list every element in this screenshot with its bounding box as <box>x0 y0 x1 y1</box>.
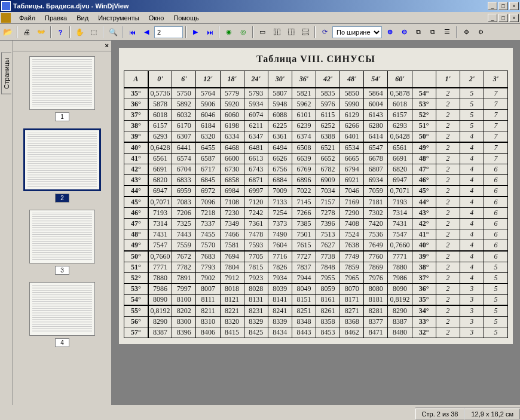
table-cell: 7804 <box>220 262 244 272</box>
menu-help[interactable]: Помощь <box>169 13 204 23</box>
nav-back-icon[interactable] <box>222 26 235 39</box>
hand-tool-icon[interactable] <box>73 26 86 39</box>
table-cell: 6 <box>484 207 507 218</box>
table-cell: 37° <box>412 272 436 283</box>
table-cell: 8471 <box>364 327 388 338</box>
thumbnail-item[interactable]: 4 <box>18 282 106 347</box>
table-cell: 8221 <box>220 305 244 317</box>
thumbnail-scroll[interactable]: 1234 <box>13 51 111 405</box>
table-cell: 36° <box>124 99 148 109</box>
first-page-icon[interactable] <box>126 26 139 39</box>
settings-icon-1[interactable] <box>460 26 473 39</box>
close-button[interactable]: × <box>509 2 519 10</box>
next-page-icon[interactable] <box>189 26 202 39</box>
table-cell: 2 <box>436 327 460 338</box>
menu-window[interactable]: Окно <box>144 13 169 23</box>
find-icon[interactable] <box>35 26 48 39</box>
thumbnail-image[interactable] <box>29 56 95 110</box>
print-icon[interactable] <box>20 26 33 39</box>
table-cell: 5 <box>460 99 484 109</box>
thumbnail-image[interactable] <box>23 128 101 191</box>
page-number-input[interactable] <box>154 26 183 38</box>
table-cell: 8241 <box>268 305 292 317</box>
table-cell: 2 <box>436 109 460 120</box>
table-cell: 7880 <box>148 272 172 283</box>
nav-forward-icon[interactable] <box>237 26 250 39</box>
rotate-icon[interactable] <box>318 26 331 39</box>
table-cell: 7218 <box>196 207 220 218</box>
table-cell: 7314 <box>148 218 172 229</box>
table-cell: 6704 <box>172 164 196 174</box>
thumbnail-item[interactable]: 2 <box>18 128 106 203</box>
single-page-icon[interactable] <box>256 26 269 39</box>
table-cell: 5 <box>484 283 507 294</box>
table-cell: 34° <box>412 305 436 317</box>
table-cell: 6820 <box>148 174 172 185</box>
maximize-button[interactable]: □ <box>498 2 508 10</box>
select-tool-icon[interactable] <box>87 26 100 39</box>
table-cell: 6613 <box>244 153 268 164</box>
help-icon[interactable] <box>54 26 67 39</box>
table-cell: 6652 <box>316 153 340 164</box>
continuous-icon[interactable] <box>270 26 283 39</box>
document-viewport[interactable]: Таблица VIII. СИНУСЫ A0'6'12'18'24'30'36… <box>112 41 520 405</box>
table-cell: 4 <box>460 229 484 240</box>
prev-page-icon[interactable] <box>140 26 153 39</box>
thumbnail-image[interactable] <box>29 282 95 336</box>
thumbnail-image[interactable] <box>29 210 95 263</box>
table-cell: 8070 <box>340 283 364 294</box>
thumbnail-item[interactable]: 1 <box>18 56 106 121</box>
table-cell: 42° <box>412 218 436 229</box>
zoom-in-icon[interactable] <box>383 26 396 39</box>
table-cell: 50° <box>124 251 148 262</box>
table-cell: 7859 <box>340 262 364 272</box>
table-cell: 8387 <box>148 327 172 338</box>
table-cell: 7923 <box>244 272 268 283</box>
table-cell: 6414 <box>364 131 388 142</box>
table-cell: 7266 <box>292 207 316 218</box>
table-cell: 5990 <box>340 99 364 109</box>
table-cell: 6157 <box>388 109 412 120</box>
doc-window-controls: _ □ × <box>487 14 519 22</box>
table-cell: 8415 <box>220 327 244 338</box>
open-icon[interactable] <box>1 26 14 39</box>
settings-icon-2[interactable] <box>474 26 487 39</box>
table-cell: 4 <box>460 164 484 174</box>
tab-pages[interactable]: Страницы <box>1 53 11 94</box>
table-cell: 2 <box>436 197 460 208</box>
menu-tools[interactable]: Инструменты <box>93 13 144 23</box>
table-cell: 7 <box>484 120 507 131</box>
table-cell: 6769 <box>292 164 316 174</box>
table-cell: 2 <box>436 131 460 142</box>
doc-close-button[interactable]: × <box>509 14 519 22</box>
copy-icon[interactable] <box>412 26 425 39</box>
table-cell: 6626 <box>268 153 292 164</box>
minimize-button[interactable]: _ <box>488 2 497 10</box>
properties-icon[interactable] <box>441 26 454 39</box>
table-header-cell: 30' <box>268 71 292 88</box>
table-cell: 6293 <box>388 120 412 131</box>
last-page-icon[interactable] <box>203 26 216 39</box>
status-page: Стр. 2 из 38 <box>415 409 465 419</box>
table-cell: 7193 <box>148 207 172 218</box>
table-cell: 7934 <box>268 272 292 283</box>
page-title: Таблица VIII. СИНУСЫ <box>124 54 508 65</box>
export-icon[interactable] <box>426 26 439 39</box>
menu-view[interactable]: Вид <box>72 13 93 23</box>
thumbnail-item[interactable]: 3 <box>18 210 106 275</box>
sine-table: A0'6'12'18'24'30'36'42'48'54'60'1'2'3' 3… <box>124 70 508 338</box>
zoom-out-icon[interactable] <box>397 26 411 39</box>
table-cell: 6756 <box>268 164 292 174</box>
close-panel-icon[interactable]: × <box>105 42 109 50</box>
table-cell: 7570 <box>196 240 220 251</box>
doc-restore-button[interactable]: □ <box>498 14 508 22</box>
table-cell: 35° <box>412 294 436 305</box>
table-cell: 6807 <box>364 164 388 174</box>
menu-edit[interactable]: Правка <box>40 13 72 23</box>
continuous-facing-icon[interactable] <box>299 26 312 39</box>
magnify-tool-icon[interactable] <box>106 26 120 39</box>
doc-minimize-button[interactable]: _ <box>488 14 497 22</box>
zoom-select[interactable]: По ширине <box>332 26 382 38</box>
facing-icon[interactable] <box>285 26 298 39</box>
menu-file[interactable]: Файл <box>14 13 40 23</box>
